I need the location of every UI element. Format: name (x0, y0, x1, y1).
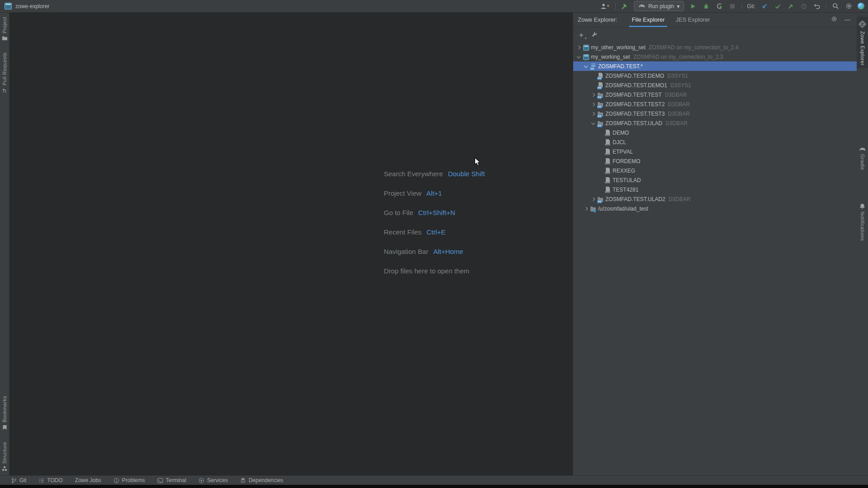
tree-row[interactable]: TEST4281 (573, 185, 857, 194)
statusbar-item-zowe-jobs[interactable]: Zowe Jobs (75, 477, 101, 483)
git-widget-label: Git: (747, 3, 755, 9)
chevron-right-icon[interactable] (575, 44, 582, 51)
user-account-icon[interactable]: ▾ (599, 2, 610, 11)
sidebar-item-zowe-explorer[interactable]: Z Zowe Explorer (857, 17, 868, 68)
chevron-down-icon[interactable] (575, 53, 582, 61)
tree-row[interactable]: ZOSMFAD.TEST.* (573, 61, 857, 71)
tab-file-explorer[interactable]: File Explorer (626, 12, 670, 27)
tree-row[interactable]: DEMO (573, 128, 857, 137)
run-with-coverage-icon[interactable] (715, 2, 723, 11)
member-icon (604, 167, 612, 174)
dataset-file-icon (597, 72, 604, 80)
tree-item-label: FORDEMO (613, 158, 640, 164)
zowe-icon: Z (858, 20, 866, 28)
git-branch-icon (11, 478, 17, 483)
chevron-right-icon[interactable] (590, 110, 597, 117)
search-everywhere-icon[interactable] (831, 2, 840, 11)
git-update-icon[interactable] (760, 2, 769, 11)
ide-sphere-icon[interactable] (858, 3, 864, 9)
settings-gear-icon[interactable] (844, 2, 853, 11)
history-icon (800, 2, 808, 11)
tree-item-suffix: D3SYS1 (667, 73, 688, 79)
tree-item-label: ETPVAL (613, 149, 633, 155)
toolbar-separator (826, 3, 826, 10)
tree-row[interactable]: ZOSMFAD.TEST.TEST2D3DBAR (573, 99, 857, 109)
tree-item-suffix: D3DBAR (668, 111, 690, 117)
dataset-folder-icon (597, 120, 604, 127)
wrench-settings-icon[interactable] (591, 31, 598, 39)
chevron-right-icon[interactable] (590, 196, 597, 203)
sidebar-item-pull-requests[interactable]: Pull Requests (2, 52, 7, 94)
tree-item-label: ZOSMFAD.TEST.ULAD2 (605, 196, 665, 202)
member-icon (604, 186, 612, 193)
sidebar-item-bookmarks[interactable]: Bookmarks (2, 396, 7, 430)
panel-minimize-icon[interactable]: — (844, 17, 850, 23)
tree-row[interactable]: ZOSMFAD.TEST.TESTD3DBAR (573, 90, 857, 99)
tree-row[interactable]: ZOSMFAD.TEST.ULAD2D3DBAR (573, 194, 857, 204)
pull-requests-stripe-label: Pull Requests (2, 52, 7, 85)
statusbar-item-git[interactable]: Git (11, 477, 26, 483)
zowe-panel-title: Zowe Explorer: (578, 16, 617, 23)
terminal-icon (157, 478, 163, 483)
statusbar-item-todo[interactable]: TODO (38, 477, 62, 483)
git-commit-icon[interactable] (774, 2, 782, 11)
project-stripe-label: Project (2, 17, 7, 33)
tree-row[interactable]: ZOSMFAD.TEST.ULADD3DBAR (573, 118, 857, 128)
tree-row[interactable]: ZOSMFAD.TEST.DEMO1D3SYS1 (573, 80, 857, 90)
statusbar-item-problems[interactable]: Problems (113, 477, 145, 483)
editor-empty-area (9, 13, 573, 476)
chevron-right-icon[interactable] (590, 91, 597, 99)
sidebar-item-project[interactable]: Project (2, 17, 8, 41)
status-bar: GitTODOZowe JobsProblemsTerminalServices… (0, 475, 868, 485)
tree-row[interactable]: DJCL (573, 137, 857, 147)
add-working-set-button[interactable]: +▾ (579, 32, 583, 39)
shortcut-action-label: Recent Files (384, 228, 421, 237)
tree-row[interactable]: TESTULAD (573, 175, 857, 185)
problems-icon (113, 478, 119, 483)
tree-item-suffix: D3DBAR (669, 196, 691, 202)
sidebar-item-gradle[interactable]: Gradle (857, 147, 868, 170)
member-icon (604, 177, 612, 184)
tree-item-suffix: D3DBAR (665, 92, 687, 98)
tree-row[interactable]: my_working_setZOSMFAD on my_connection_t… (573, 52, 857, 61)
folder-icon (2, 36, 8, 41)
run-configuration-button[interactable]: Run plugin ▾ (634, 1, 684, 11)
tree-row[interactable]: ZOSMFAD.TEST.TEST3D3DBAR (573, 109, 857, 118)
tree-row[interactable]: /u/zosmfad/ulad_test (573, 204, 857, 213)
chevron-down-icon[interactable] (582, 63, 590, 70)
statusbar-item-dependencies[interactable]: Dependencies (240, 477, 283, 483)
tree-row[interactable]: REXXEG (573, 166, 857, 175)
tree-row[interactable]: ETPVAL (573, 147, 857, 156)
statusbar-item-terminal[interactable]: Terminal (157, 477, 186, 483)
chevron-right-icon[interactable] (582, 205, 590, 212)
git-push-icon[interactable] (787, 2, 795, 11)
mouse-cursor (474, 157, 481, 167)
sidebar-item-notifications[interactable]: Notifications (857, 203, 868, 241)
statusbar-item-label: Git (19, 477, 26, 483)
stop-icon (728, 2, 736, 11)
chevron-down-icon: ▾ (677, 4, 679, 9)
chevron-right-icon[interactable] (590, 101, 597, 108)
rollback-icon[interactable] (813, 2, 821, 11)
shortcut-keystroke: Double Shift (448, 170, 485, 179)
tree-item-label: ZOSMFAD.TEST.TEST2 (605, 101, 665, 108)
tree-item-label: ZOSMFAD.TEST.ULAD (605, 120, 662, 127)
tree-row[interactable]: ZOSMFAD.TEST.DEMOD3SYS1 (573, 71, 857, 80)
statusbar-item-label: Services (207, 477, 228, 483)
chevron-down-icon[interactable] (590, 120, 597, 127)
run-icon[interactable] (689, 2, 697, 11)
shortcut-action-label: Navigation Bar (384, 248, 428, 257)
structure-stripe-label: Structure (2, 442, 7, 464)
debug-icon[interactable] (702, 2, 710, 11)
statusbar-item-services[interactable]: Services (198, 477, 228, 483)
structure-icon (2, 466, 7, 471)
build-hammer-icon[interactable] (621, 2, 629, 11)
tree-row[interactable]: FORDEMO (573, 156, 857, 166)
tree-item-suffix: D3DBAR (668, 101, 690, 108)
left-tool-stripe: Project Pull Requests Bookmarks Structur… (0, 12, 9, 476)
statusbar-item-label: Dependencies (249, 477, 283, 483)
panel-settings-gear-icon[interactable] (831, 16, 837, 24)
tree-row[interactable]: my_other_working_setZOSMFAD on my_connec… (573, 42, 857, 52)
tab-jes-explorer[interactable]: JES Explorer (670, 12, 715, 27)
sidebar-item-structure[interactable]: Structure (2, 442, 7, 471)
